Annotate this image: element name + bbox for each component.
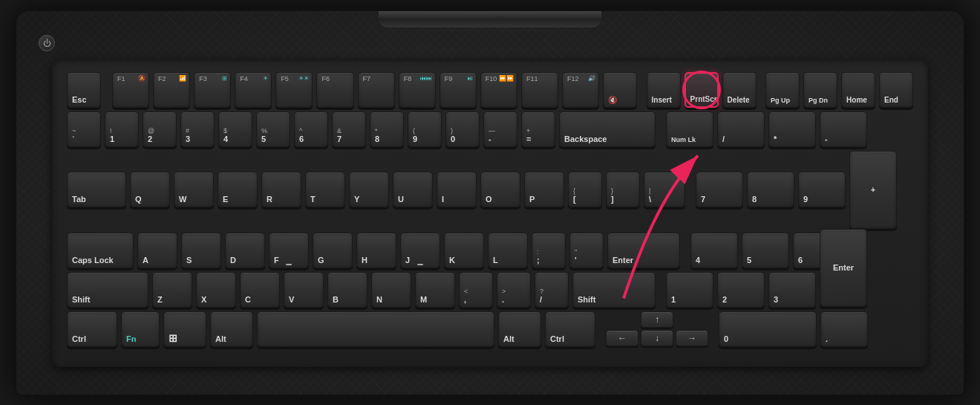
key-num9[interactable]: 9	[798, 172, 846, 207]
key-minus[interactable]: —-	[483, 111, 517, 147]
key-f7[interactable]: F7	[358, 72, 395, 108]
key-space[interactable]	[257, 311, 494, 347]
key-y[interactable]: Y	[349, 172, 389, 207]
key-v[interactable]: V	[284, 272, 324, 308]
key-k[interactable]: K	[444, 233, 484, 268]
key-t[interactable]: T	[305, 172, 345, 207]
key-d[interactable]: D	[225, 233, 265, 268]
key-w[interactable]: W	[174, 172, 214, 207]
key-semicolon[interactable]: :;	[532, 233, 566, 268]
key-f4[interactable]: F4 ☀	[235, 72, 272, 108]
key-p[interactable]: P	[524, 172, 564, 207]
power-button[interactable]	[39, 35, 55, 51]
key-shift-right[interactable]: Shift	[572, 272, 656, 308]
key-e[interactable]: E	[218, 172, 258, 207]
key-enter[interactable]: Enter	[607, 233, 680, 268]
key-4[interactable]: $4	[218, 111, 252, 147]
key-r[interactable]: R	[261, 172, 301, 207]
key-3[interactable]: #3	[180, 111, 215, 147]
key-numdot[interactable]: .	[820, 311, 868, 347]
key-f1[interactable]: F1 🔕	[112, 72, 149, 108]
key-tab[interactable]: Tab	[67, 172, 126, 207]
key-g[interactable]: G	[313, 233, 353, 268]
key-delete[interactable]: Delete	[722, 72, 757, 108]
key-home[interactable]: Home	[841, 72, 875, 108]
key-numenter[interactable]: Enter	[820, 229, 867, 307]
key-7[interactable]: &7	[332, 111, 366, 147]
key-1[interactable]: !1	[105, 111, 139, 147]
key-f9[interactable]: F9 ⏯	[440, 72, 477, 108]
key-z[interactable]: Z	[152, 272, 192, 308]
key-pgup[interactable]: Pg Up	[765, 72, 800, 108]
key-q[interactable]: Q	[130, 172, 170, 207]
key-f2[interactable]: F2 📶	[153, 72, 190, 108]
key-numplus[interactable]: +	[849, 151, 897, 229]
key-f6[interactable]: F6	[316, 72, 353, 108]
key-num7[interactable]: 7	[696, 172, 743, 207]
key-backslash[interactable]: |\	[644, 172, 685, 207]
key-backtick[interactable]: ~ `	[67, 111, 101, 147]
key-i[interactable]: I	[437, 172, 477, 207]
key-prtscr[interactable]: PrntScr	[685, 72, 719, 108]
key-arrow-up[interactable]: ↑	[641, 311, 673, 328]
key-j[interactable]: J	[400, 233, 440, 268]
key-backspace[interactable]: Backspace	[559, 111, 656, 147]
key-h[interactable]: H	[356, 233, 396, 268]
key-f3[interactable]: F3 ⊞	[194, 72, 231, 108]
key-f[interactable]: F	[269, 233, 309, 268]
key-0[interactable]: )0	[445, 111, 480, 147]
key-num3[interactable]: 3	[768, 272, 816, 308]
key-num4[interactable]: 4	[690, 233, 738, 268]
key-insert[interactable]: Insert	[647, 72, 681, 108]
key-period[interactable]: >.	[497, 272, 531, 308]
key-o[interactable]: O	[480, 172, 520, 207]
key-numstar[interactable]: *	[768, 111, 816, 147]
key-quote[interactable]: "'	[569, 233, 604, 268]
key-6[interactable]: ^6	[294, 111, 328, 147]
key-b[interactable]: B	[327, 272, 368, 308]
key-mute[interactable]: 🔇	[603, 72, 637, 108]
key-equals[interactable]: +=	[521, 111, 555, 147]
key-shift-left[interactable]: Shift	[67, 272, 148, 308]
key-l[interactable]: L	[488, 233, 528, 268]
key-num0[interactable]: 0	[719, 311, 817, 347]
key-f8[interactable]: F8 ⏮⏭	[399, 72, 436, 108]
key-pgdn[interactable]: Pg Dn	[803, 72, 837, 108]
key-5[interactable]: %5	[256, 111, 290, 147]
key-end[interactable]: End	[879, 72, 913, 108]
key-num5[interactable]: 5	[742, 233, 789, 268]
key-9[interactable]: (9	[408, 111, 442, 147]
key-arrow-right[interactable]: →	[676, 330, 708, 346]
key-numlock[interactable]: Num Lk	[666, 111, 713, 147]
key-s[interactable]: S	[181, 233, 221, 268]
key-num8[interactable]: 8	[747, 172, 794, 207]
key-f10[interactable]: F10 ⏩⏩	[480, 72, 517, 108]
key-comma[interactable]: <,	[459, 272, 493, 308]
key-numslash[interactable]: /	[717, 111, 765, 147]
key-8[interactable]: *8	[370, 111, 404, 147]
key-x[interactable]: X	[196, 272, 236, 308]
key-lbracket[interactable]: {[	[568, 172, 602, 207]
key-ctrl-left[interactable]: Ctrl	[67, 311, 117, 347]
key-arrow-left[interactable]: ←	[606, 330, 638, 346]
key-c[interactable]: C	[240, 272, 280, 308]
key-rbracket[interactable]: }]	[606, 172, 640, 207]
key-m[interactable]: M	[415, 272, 455, 308]
key-slash[interactable]: ?/	[535, 272, 569, 308]
key-f12[interactable]: F12 🔊	[562, 72, 599, 108]
key-alt-left[interactable]: Alt	[210, 311, 253, 347]
key-num1[interactable]: 1	[666, 272, 713, 308]
key-capslock[interactable]: Caps Lock	[67, 233, 134, 268]
key-u[interactable]: U	[393, 172, 433, 207]
key-2[interactable]: @2	[143, 111, 177, 147]
key-a[interactable]: A	[137, 233, 177, 268]
key-windows[interactable]: ⊞	[163, 311, 206, 347]
key-esc[interactable]: Esc	[67, 72, 101, 108]
key-n[interactable]: N	[371, 272, 411, 308]
key-arrow-down[interactable]: ↓	[641, 330, 673, 346]
key-fn[interactable]: Fn	[121, 311, 160, 347]
key-alt-right[interactable]: Alt	[498, 311, 541, 347]
key-numminus[interactable]: -	[820, 111, 867, 147]
key-num2[interactable]: 2	[717, 272, 765, 308]
key-ctrl-right[interactable]: Ctrl	[545, 311, 595, 347]
